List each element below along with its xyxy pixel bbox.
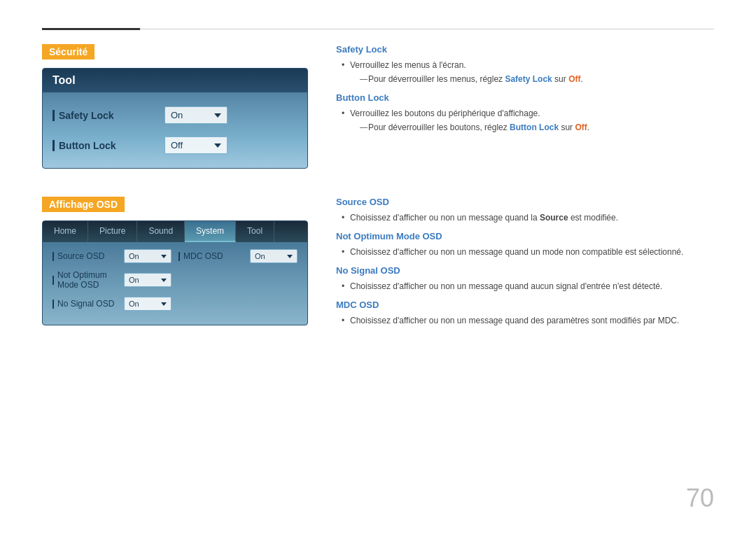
source-osd-select[interactable]: On Off <box>124 249 172 263</box>
nav-home[interactable]: Home <box>43 221 88 242</box>
mdc-osd-label: MDC OSD <box>178 251 250 261</box>
button-lock-desc-list: Verrouillez les boutons du périphérique … <box>336 107 714 134</box>
affichage-right: Source OSD Choisissez d'afficher ou non … <box>336 197 714 329</box>
securite-right: Safety Lock Verrouillez les menus à l'éc… <box>336 44 714 169</box>
safety-lock-sub-item: Pour déverrouiller les menus, réglez Saf… <box>360 73 714 85</box>
button-lock-sub-list: Pour déverrouiller les boutons, réglez B… <box>350 121 714 134</box>
button-lock-desc-item: Verrouillez les boutons du périphérique … <box>342 107 714 134</box>
source-osd-desc-list: Choisissez d'afficher ou non un message … <box>336 211 714 224</box>
safety-lock-label: Safety Lock <box>52 110 164 121</box>
tool-panel-body: Safety Lock On Off Button Lock O <box>43 92 307 168</box>
no-signal-label: No Signal OSD <box>52 299 124 309</box>
page-number: 70 <box>686 484 714 513</box>
mdc-osd-select[interactable]: On Off <box>250 249 298 263</box>
mdc-osd-desc-title: MDC OSD <box>336 300 714 310</box>
source-osd-desc-item: Choisissez d'afficher ou non un message … <box>342 211 714 224</box>
no-signal-desc-title: No Signal OSD <box>336 265 714 276</box>
button-lock-desc-title: Button Lock <box>336 92 714 103</box>
safety-lock-desc-title: Safety Lock <box>336 44 714 55</box>
mdc-osd-desc-item: Choisissez d'afficher ou non un message … <box>342 314 714 327</box>
securite-section: Sécurité Tool Safety Lock On Off <box>42 44 714 169</box>
affichage-left: Affichage OSD Home Picture Sound System … <box>42 197 308 329</box>
affichage-title: Affichage OSD <box>42 197 125 212</box>
source-osd-desc-title: Source OSD <box>336 197 714 207</box>
top-divider <box>42 28 714 30</box>
safety-lock-row: Safety Lock On Off <box>52 106 298 124</box>
mdc-osd-row: MDC OSD On Off <box>178 249 298 263</box>
not-optimum-desc-item: Choisissez d'afficher ou non un message … <box>342 246 714 258</box>
safety-lock-sub-list: Pour déverrouiller les menus, réglez Saf… <box>350 73 714 85</box>
no-signal-row: No Signal OSD On Off <box>52 297 172 311</box>
no-signal-desc-item: Choisissez d'afficher ou non un message … <box>342 280 714 293</box>
not-optimum-row: Not Optimum Mode OSD On Off <box>52 270 172 290</box>
button-lock-sub-item: Pour déverrouiller les boutons, réglez B… <box>360 121 714 134</box>
not-optimum-select[interactable]: On Off <box>124 273 172 287</box>
nav-sound[interactable]: Sound <box>137 221 185 242</box>
nav-system[interactable]: System <box>185 221 236 242</box>
securite-left: Sécurité Tool Safety Lock On Off <box>42 44 308 169</box>
safety-lock-select[interactable]: On Off <box>164 106 227 124</box>
button-lock-select[interactable]: On Off <box>164 136 227 154</box>
osd-panel: Home Picture Sound System Tool Source OS… <box>42 220 308 325</box>
osd-body: Source OSD On Off Not Optimum Mode OSD O… <box>43 242 307 325</box>
nav-picture[interactable]: Picture <box>88 221 137 242</box>
not-optimum-desc-list: Choisissez d'afficher ou non un message … <box>336 246 714 258</box>
safety-lock-desc-list: Verrouillez les menus à l'écran. Pour dé… <box>336 59 714 85</box>
affichage-section: Affichage OSD Home Picture Sound System … <box>42 197 714 329</box>
source-osd-label: Source OSD <box>52 251 124 261</box>
no-signal-desc-list: Choisissez d'afficher ou non un message … <box>336 280 714 293</box>
not-optimum-label: Not Optimum Mode OSD <box>52 270 124 290</box>
mdc-osd-desc-list: Choisissez d'afficher ou non un message … <box>336 314 714 327</box>
divider-dark <box>42 28 140 30</box>
safety-lock-desc-item: Verrouillez les menus à l'écran. Pour dé… <box>342 59 714 85</box>
button-lock-label: Button Lock <box>52 140 164 151</box>
tool-panel: Tool Safety Lock On Off <box>42 68 308 169</box>
divider-light <box>140 29 714 29</box>
tool-panel-header: Tool <box>43 69 307 92</box>
page-container: Sécurité Tool Safety Lock On Off <box>0 0 756 534</box>
nav-tool[interactable]: Tool <box>236 221 274 242</box>
button-lock-row: Button Lock On Off <box>52 136 298 154</box>
osd-nav: Home Picture Sound System Tool <box>43 221 307 242</box>
securite-title: Sécurité <box>42 44 94 59</box>
source-osd-row: Source OSD On Off <box>52 249 172 263</box>
no-signal-select[interactable]: On Off <box>124 297 172 311</box>
osd-left-col: Source OSD On Off Not Optimum Mode OSD O… <box>52 249 172 318</box>
osd-right-col: MDC OSD On Off <box>178 249 298 318</box>
not-optimum-desc-title: Not Optimum Mode OSD <box>336 231 714 241</box>
